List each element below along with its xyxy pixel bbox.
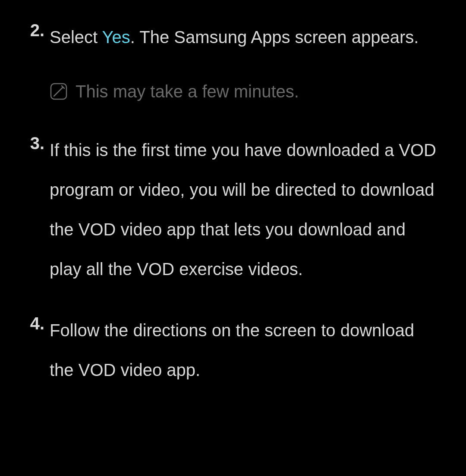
step-number-4: 4.: [26, 310, 50, 390]
step-4: 4. Follow the directions on the screen t…: [26, 310, 440, 390]
step-3-content: If this is the first time you have downl…: [50, 130, 440, 289]
step-2-content: Select Yes. The Samsung Apps screen appe…: [50, 17, 440, 109]
step-2: 2. Select Yes. The Samsung Apps screen a…: [26, 17, 440, 109]
step-3: 3. If this is the first time you have do…: [26, 130, 440, 289]
step-2-note: This may take a few minutes.: [50, 78, 440, 104]
step-2-text-before: Select: [50, 28, 102, 47]
svg-line-1: [54, 88, 63, 96]
step-number-3: 3.: [26, 130, 50, 289]
step-4-content: Follow the directions on the screen to d…: [50, 310, 440, 390]
note-icon: [50, 82, 68, 100]
step-2-highlight-yes: Yes: [102, 28, 130, 47]
step-2-note-text: This may take a few minutes.: [76, 78, 299, 104]
step-number-2: 2.: [26, 17, 50, 109]
step-2-text-after: . The Samsung Apps screen appears.: [130, 28, 419, 47]
